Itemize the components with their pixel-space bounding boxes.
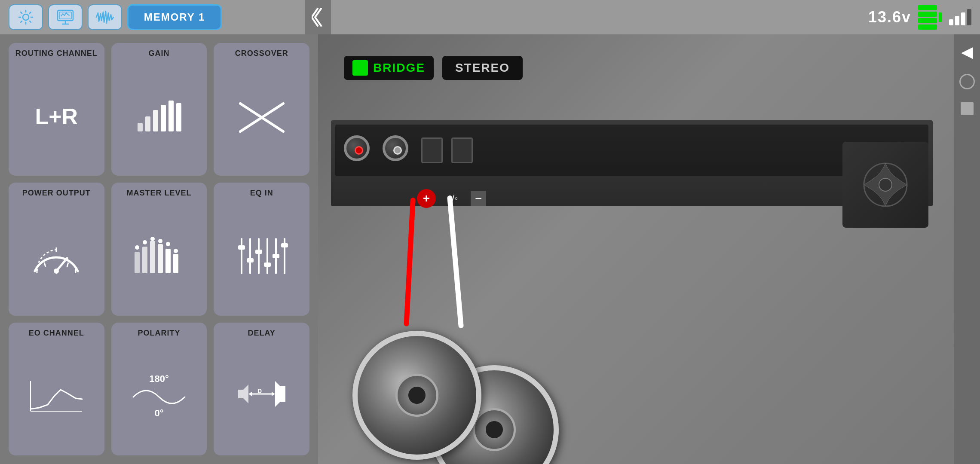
svg-rect-20 bbox=[135, 252, 140, 273]
svg-point-27 bbox=[143, 240, 147, 244]
gain-card[interactable]: GAIN bbox=[111, 43, 207, 176]
svg-rect-37 bbox=[255, 250, 262, 254]
cable-white bbox=[447, 195, 464, 328]
minus-button[interactable]: − bbox=[471, 191, 486, 206]
bridge-label: BRIDGE bbox=[373, 61, 425, 75]
svg-point-30 bbox=[166, 242, 170, 246]
svg-rect-9 bbox=[168, 101, 174, 131]
terminal-block-2 bbox=[451, 137, 473, 163]
battery-icon bbox=[918, 5, 942, 30]
waveform-button[interactable] bbox=[88, 4, 122, 30]
svg-rect-21 bbox=[142, 247, 147, 273]
right-nav: ◀ bbox=[954, 34, 980, 464]
nav-square-button[interactable] bbox=[961, 102, 974, 115]
amplifier-image: BRIDGE STEREO + -/◦ − bbox=[318, 34, 980, 464]
eo-channel-card[interactable]: EO CHANNEL bbox=[9, 323, 104, 455]
svg-rect-22 bbox=[150, 241, 155, 273]
right-panel: BRIDGE STEREO + -/◦ − bbox=[318, 34, 980, 464]
delay-card[interactable]: DELAY D bbox=[214, 323, 309, 455]
monitor-button[interactable] bbox=[48, 4, 83, 30]
svg-line-18 bbox=[67, 263, 68, 267]
power-output-card[interactable]: POWER OUTPUT bbox=[9, 183, 104, 315]
svg-point-14 bbox=[54, 269, 59, 274]
routing-channel-icon: L+R bbox=[13, 61, 100, 171]
signal-bars bbox=[949, 9, 971, 25]
svg-marker-49 bbox=[272, 392, 275, 396]
svg-point-54 bbox=[879, 178, 892, 191]
polarity-card[interactable]: POLARITY 180° 0° bbox=[111, 323, 207, 455]
svg-text:D: D bbox=[257, 388, 262, 394]
eq-in-icon bbox=[218, 201, 305, 311]
speaker-group bbox=[352, 331, 481, 460]
svg-rect-6 bbox=[145, 116, 150, 131]
svg-line-16 bbox=[44, 263, 46, 267]
svg-rect-41 bbox=[273, 254, 279, 258]
nav-circle-button[interactable] bbox=[959, 74, 975, 89]
svg-marker-46 bbox=[238, 385, 248, 403]
stereo-button[interactable]: STEREO bbox=[442, 56, 523, 80]
gain-icon bbox=[116, 61, 203, 171]
polarity-top-value: 180° bbox=[149, 373, 169, 385]
svg-rect-25 bbox=[173, 254, 178, 273]
svg-rect-7 bbox=[153, 110, 158, 131]
mode-buttons: BRIDGE STEREO bbox=[344, 56, 523, 80]
svg-rect-39 bbox=[264, 263, 271, 267]
voltage-display: 13.6v bbox=[868, 8, 911, 26]
cable-red bbox=[404, 198, 416, 327]
polarity-label: POLARITY bbox=[138, 329, 180, 338]
crossover-label: CROSSOVER bbox=[235, 49, 288, 58]
eo-channel-icon bbox=[13, 341, 100, 451]
svg-marker-51 bbox=[275, 381, 285, 407]
master-level-icon bbox=[116, 201, 203, 311]
right-arrow-button[interactable]: ◀ bbox=[961, 43, 973, 61]
routing-channel-value: L+R bbox=[35, 104, 78, 129]
svg-rect-43 bbox=[281, 243, 288, 247]
master-level-label: MASTER LEVEL bbox=[126, 189, 191, 198]
power-output-label: POWER OUTPUT bbox=[22, 189, 91, 198]
svg-rect-10 bbox=[176, 103, 181, 131]
master-level-card[interactable]: MASTER LEVEL bbox=[111, 183, 207, 315]
power-output-icon bbox=[13, 201, 100, 311]
delay-icon: D bbox=[218, 341, 305, 451]
terminal-block-1 bbox=[421, 137, 443, 163]
bridge-indicator bbox=[352, 60, 368, 76]
eo-channel-label: EO CHANNEL bbox=[29, 329, 84, 338]
svg-point-31 bbox=[174, 249, 178, 253]
svg-point-29 bbox=[158, 239, 162, 243]
top-bar: MEMORY 1 13.6v bbox=[0, 0, 980, 34]
svg-marker-48 bbox=[248, 392, 252, 396]
memory-button[interactable]: MEMORY 1 bbox=[127, 4, 222, 30]
polarity-bottom-value: 0° bbox=[154, 408, 163, 419]
svg-rect-24 bbox=[165, 249, 171, 273]
eq-in-label: EQ IN bbox=[250, 189, 273, 198]
settings-button[interactable] bbox=[9, 4, 43, 30]
collapse-panel-button[interactable] bbox=[305, 0, 331, 34]
rca-red-connector bbox=[344, 135, 374, 165]
svg-point-0 bbox=[23, 14, 29, 20]
svg-rect-35 bbox=[247, 258, 254, 263]
rca-white-connector bbox=[383, 135, 413, 165]
delay-label: DELAY bbox=[248, 329, 275, 338]
eq-in-card[interactable]: EQ IN bbox=[214, 183, 309, 315]
svg-rect-23 bbox=[158, 244, 163, 273]
gain-label: GAIN bbox=[148, 49, 169, 58]
svg-point-26 bbox=[135, 245, 139, 250]
speaker-1 bbox=[352, 331, 481, 460]
polarity-icon: 180° 0° bbox=[116, 341, 203, 451]
left-panel: ROUTING CHANNEL L+R GAIN CROSSOVER bbox=[0, 34, 318, 464]
connector-area bbox=[335, 125, 928, 176]
stereo-label: STEREO bbox=[455, 61, 510, 75]
crossover-icon bbox=[218, 61, 305, 171]
bridge-button[interactable]: BRIDGE bbox=[344, 56, 434, 80]
memory-label: MEMORY 1 bbox=[144, 11, 205, 23]
svg-rect-5 bbox=[138, 123, 143, 131]
routing-channel-label: ROUTING CHANNEL bbox=[15, 49, 98, 58]
svg-rect-33 bbox=[238, 245, 245, 250]
plus-button[interactable]: + bbox=[417, 189, 436, 208]
crossover-card[interactable]: CROSSOVER bbox=[214, 43, 309, 176]
svg-point-28 bbox=[150, 237, 155, 241]
status-area: 13.6v bbox=[868, 5, 971, 30]
svg-rect-8 bbox=[161, 105, 166, 131]
routing-channel-card[interactable]: ROUTING CHANNEL L+R bbox=[9, 43, 104, 176]
heatsink-area bbox=[842, 142, 928, 228]
